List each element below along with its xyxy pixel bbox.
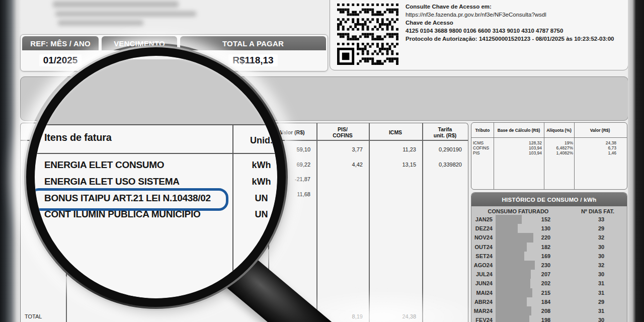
access-key-label: Chave de Acesso [406,19,614,27]
consumption-bar [496,315,529,322]
history-row: FEV2419830 [471,315,627,322]
page-left-shadow [0,0,21,322]
consumption-bar [496,261,535,270]
tax-header-aliquota: Alíquota (%) [544,124,574,136]
consult-label: Consulte Chave de Acesso em: [406,3,614,11]
history-row: DEZ2413029 [471,224,627,233]
consumption-bar [496,279,530,288]
header-divider [471,137,627,138]
tax-row: PIS 103,94 1,4082% 1,46 [471,150,627,155]
consult-url: https://nf3e.fazenda.pr.gov.br/nf3e/NF3e… [406,11,614,19]
icms-column-values: 11,23 13,15 [369,142,419,172]
address-line-redacted [58,20,143,26]
access-key-text: Consulte Chave de Acesso em: https://nf3… [406,3,614,43]
history-row: JUL2420730 [471,270,627,279]
ref-month-year-header: REF: MÊS / ANO [22,36,99,50]
history-row: MAR2420831 [471,306,627,315]
address-line-redacted [53,1,179,8]
tax-header-valor: Valor (R$) [574,124,626,136]
consumption-bar [496,288,532,297]
history-row: JAN2515233 [471,215,627,224]
access-key-panel: Consulte Chave de Acesso em: https://nf3… [330,0,628,70]
page-right-shadow [628,0,644,322]
consumption-bar [496,297,527,306]
tax-table: Tributo Base de Cálculo (R$) Alíquota (%… [471,122,627,190]
consumption-bar [496,233,533,242]
address-line-redacted [55,11,196,17]
consumption-bar [496,224,518,233]
energy-bill-page: REF: MÊS / ANO VENCIMENTO TOTAL A PAGAR … [0,0,644,322]
magnifier-ring [26,47,286,307]
history-row: SET2416930 [471,252,627,261]
authorization-protocol: Protocolo de Autorização: 14125000015201… [406,35,614,43]
history-row: MAI2421531 [471,288,627,297]
tarifa-column-values: 0,290190 0,339820 [422,142,465,172]
pis-cofins-column-header: PIS/ COFINS [316,125,369,140]
qr-code-icon [337,4,398,67]
consumption-bar [496,215,522,224]
tax-header-tributo: Tributo [471,124,494,136]
tax-header-base: Base de Cálculo (R$) [494,124,544,136]
history-row: ABR2418429 [471,297,627,306]
consumption-history-panel: HISTÓRICO DE CONSUMO / kWh CONSUMO FATUR… [471,192,627,322]
pis-cofins-column-values: 3,77 4,42 [316,142,366,172]
history-rows: JAN2515233 DEZ2413029 NOV2422032 OUT2418… [471,215,627,322]
access-key-value: 4125 0104 3688 9800 0106 6600 3143 9010 … [406,27,614,35]
tax-row: ICMS 128,32 19% 24,38 [471,140,627,145]
history-row: NOV2422032 [471,233,627,242]
consumption-bar [496,252,524,261]
icms-column-header: ICMS [369,125,422,140]
history-row: JUN2420231 [471,279,627,288]
total-label: TOTAL [25,313,42,319]
consumption-bar [496,306,531,315]
total-to-pay-header: TOTAL A PAGAR [180,36,326,50]
consumption-bar [496,243,527,252]
tarifa-column-header: Tarifa unit. (R$) [422,125,468,140]
history-title: HISTÓRICO DE CONSUMO / kWh [471,193,627,206]
consumption-bar [496,270,531,279]
history-consumption-header: CONSUMO FATURADO [475,207,561,215]
tax-row: COFINS 103,94 6,4827% 6,73 [471,145,627,150]
history-row: AGO2423032 [471,261,627,270]
history-row: OUT2418230 [471,243,627,252]
history-days-header: Nº DIAS FAT. [570,207,625,215]
